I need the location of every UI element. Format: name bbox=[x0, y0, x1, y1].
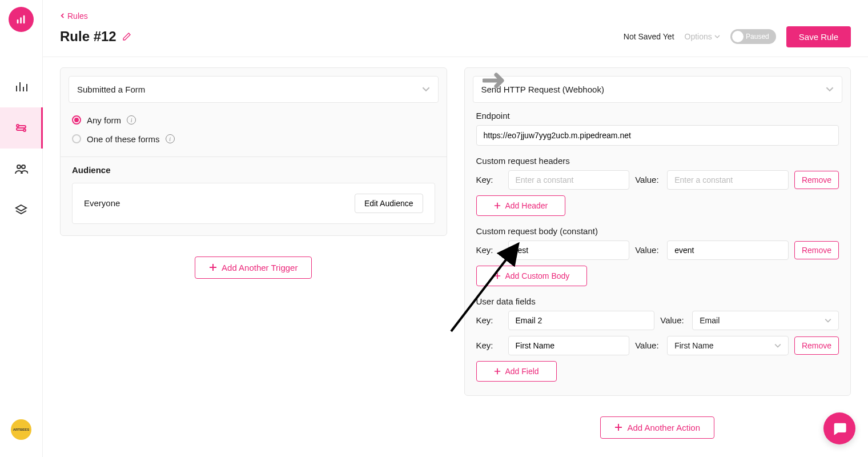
key-label: Key: bbox=[476, 245, 503, 255]
radio-any-form[interactable] bbox=[72, 115, 81, 125]
remove-field-button[interactable]: Remove bbox=[794, 336, 839, 355]
field1-value-select[interactable]: Email bbox=[692, 311, 839, 330]
svg-point-8 bbox=[23, 129, 26, 131]
body-section-title: Custom request body (constant) bbox=[476, 226, 839, 236]
action-column: Send HTTP Request (Webhook) Endpoint Cus… bbox=[464, 67, 851, 440]
remove-body-button[interactable]: Remove bbox=[794, 241, 839, 259]
topbar: Rules Rule #12 Not Saved Yet Options Pau… bbox=[43, 0, 868, 57]
divider bbox=[61, 157, 447, 157]
plus-icon bbox=[209, 263, 217, 271]
radio-one-of-forms-label: One of these forms bbox=[87, 134, 160, 144]
badge-text: ARTBEES bbox=[13, 428, 30, 431]
header-value-input[interactable] bbox=[667, 170, 789, 190]
header-row: Key: Value: Remove bbox=[476, 170, 839, 190]
page-title: Rule #12 bbox=[60, 29, 131, 45]
chevron-down-icon bbox=[826, 85, 834, 93]
sidebar: ARTBEES bbox=[0, 0, 43, 457]
toggle-knob bbox=[732, 31, 744, 42]
save-rule-button[interactable]: Save Rule bbox=[786, 26, 851, 47]
value-label: Value: bbox=[635, 245, 661, 255]
breadcrumb[interactable]: Rules bbox=[60, 11, 88, 21]
trigger-type-select[interactable]: Submitted a Form bbox=[69, 76, 439, 103]
svg-rect-0 bbox=[17, 19, 19, 23]
endpoint-input[interactable] bbox=[476, 125, 839, 146]
svg-rect-1 bbox=[20, 17, 22, 23]
field1-key-input[interactable] bbox=[508, 311, 655, 330]
chevron-down-icon bbox=[714, 34, 720, 39]
chat-button[interactable] bbox=[823, 412, 855, 444]
field2-key-input[interactable] bbox=[508, 336, 630, 355]
endpoint-label: Endpoint bbox=[476, 111, 839, 121]
flow-arrow-icon bbox=[483, 72, 508, 91]
headers-section-title: Custom request headers bbox=[476, 156, 839, 166]
edit-audience-button[interactable]: Edit Audience bbox=[355, 194, 423, 213]
key-label: Key: bbox=[476, 315, 503, 325]
info-icon[interactable]: i bbox=[127, 115, 136, 125]
options-menu[interactable]: Options bbox=[685, 32, 720, 41]
add-custom-body-button[interactable]: Add Custom Body bbox=[476, 266, 588, 286]
logo[interactable] bbox=[9, 7, 34, 32]
radio-one-of-forms[interactable] bbox=[72, 134, 81, 143]
trigger-column: Submitted a Form Any form i One of these… bbox=[60, 67, 447, 440]
audience-value: Everyone bbox=[84, 198, 120, 208]
svg-point-9 bbox=[17, 165, 21, 169]
key-label: Key: bbox=[476, 175, 503, 185]
header-key-input[interactable] bbox=[508, 170, 630, 190]
nav-automation[interactable] bbox=[0, 107, 43, 149]
toggle-label: Paused bbox=[746, 33, 769, 41]
breadcrumb-label: Rules bbox=[67, 11, 88, 21]
plus-icon bbox=[494, 202, 501, 209]
trigger-select-label: Submitted a Form bbox=[77, 85, 145, 94]
audience-card: Everyone Edit Audience bbox=[72, 183, 435, 224]
remove-header-button[interactable]: Remove bbox=[794, 171, 839, 189]
trigger-panel: Submitted a Form Any form i One of these… bbox=[60, 67, 447, 236]
value-label: Value: bbox=[635, 175, 661, 185]
key-label: Key: bbox=[476, 340, 503, 350]
chevron-down-icon bbox=[774, 342, 781, 349]
action-panel: Send HTTP Request (Webhook) Endpoint Cus… bbox=[464, 67, 851, 396]
content: Submitted a Form Any form i One of these… bbox=[43, 57, 868, 458]
svg-point-10 bbox=[22, 165, 25, 169]
plus-icon bbox=[494, 368, 501, 375]
chevron-down-icon bbox=[422, 85, 430, 93]
brand-badge[interactable]: ARTBEES bbox=[11, 419, 31, 440]
user-field-row: Key: Value: Email bbox=[476, 311, 839, 330]
radio-any-form-label: Any form bbox=[87, 115, 121, 125]
add-another-trigger-button[interactable]: Add Another Trigger bbox=[195, 256, 312, 279]
user-field-row: Key: Value: First Name Remove bbox=[476, 336, 839, 355]
action-type-select[interactable]: Send HTTP Request (Webhook) bbox=[473, 76, 843, 103]
value-label: Value: bbox=[635, 340, 661, 350]
add-another-action-button[interactable]: Add Another Action bbox=[600, 416, 714, 439]
plus-icon bbox=[614, 423, 622, 431]
main: Rules Rule #12 Not Saved Yet Options Pau… bbox=[43, 0, 868, 457]
edit-icon[interactable] bbox=[122, 32, 131, 41]
chevron-down-icon bbox=[825, 317, 831, 324]
chevron-left-icon bbox=[60, 13, 65, 18]
save-status-text: Not Saved Yet bbox=[624, 32, 674, 41]
svg-point-7 bbox=[17, 125, 19, 127]
svg-rect-2 bbox=[23, 15, 25, 24]
nav-people[interactable] bbox=[0, 149, 43, 190]
body-value-input[interactable] bbox=[667, 240, 789, 260]
body-key-input[interactable] bbox=[508, 240, 630, 260]
field2-value-select[interactable]: First Name bbox=[667, 336, 789, 355]
audience-section-title: Audience bbox=[72, 165, 435, 175]
info-icon[interactable]: i bbox=[166, 134, 175, 143]
add-field-button[interactable]: Add Field bbox=[476, 361, 557, 382]
add-header-button[interactable]: Add Header bbox=[476, 195, 566, 216]
user-fields-section-title: User data fields bbox=[476, 296, 839, 306]
value-label: Value: bbox=[660, 315, 686, 325]
body-row: Key: Value: Remove bbox=[476, 240, 839, 260]
nav-analytics[interactable] bbox=[0, 66, 43, 107]
plus-icon bbox=[494, 272, 501, 279]
nav-content[interactable] bbox=[0, 190, 43, 231]
rule-status-toggle[interactable]: Paused bbox=[730, 29, 776, 44]
